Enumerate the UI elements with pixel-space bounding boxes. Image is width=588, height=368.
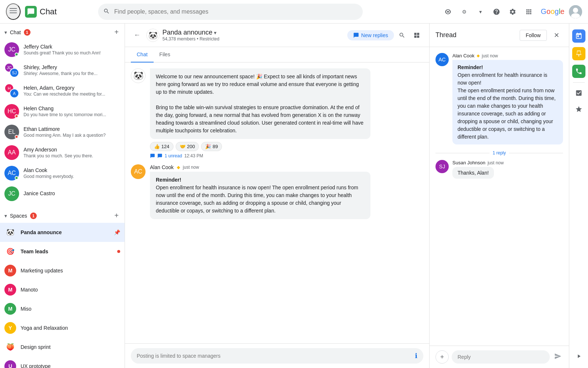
chat-item-helen-adam[interactable]: H A Helen, Adam, Gregory You: Can we res… [0,81,125,101]
help-button[interactable] [489,4,504,19]
thread-reply-avatar: SJ [435,160,449,173]
back-button[interactable]: ← [131,28,143,42]
sidebar: ▾ Chat 1 + JC Jeffery Clark Sounds great… [0,24,125,368]
avatar-helen-chang: HC [4,104,19,119]
new-replies-button[interactable]: New replies [347,30,394,40]
sidebar-item-team-leads[interactable]: 🎯 Team leads [0,242,125,261]
reaction-handshake[interactable]: 🤝 200 [176,142,199,151]
pin-icon: 📌 [114,229,120,235]
messages-area: 🐼 Welcome to our new announcement space!… [125,62,429,343]
app-logo[interactable]: Chat [25,6,57,18]
close-thread-button[interactable]: ✕ [550,29,563,42]
sidebar-item-panda-announce[interactable]: 🐼 Panda announce 📌 [0,223,125,242]
thread-add-button[interactable]: + [435,350,449,364]
avatar-shirley: JC SJ [4,63,19,78]
follow-button[interactable]: Follow [520,30,547,41]
tasks-icon-btn[interactable] [571,86,586,100]
panda-icon: 🐼 [4,226,16,238]
avatar-jeffery: JC [4,42,19,57]
thread-msg-time: just now [482,53,498,58]
nav-dropdown-button[interactable]: ▾ [473,4,488,19]
reaction-thumbsup[interactable]: 👍 124 [150,142,173,151]
chat-name-janice: Janice Castro [24,190,120,196]
sidebar-item-marketing[interactable]: M Marketing updates [0,261,125,280]
message-input[interactable] [137,353,412,359]
chevron-down-icon: ▾ [4,29,7,35]
search-icon [103,8,110,15]
chat-item-helen-chang[interactable]: HC Helen Chang Do you have time to sync … [0,101,125,122]
app-title: Chat [40,7,57,17]
settings-button[interactable] [505,4,520,19]
new-replies-label: New replies [361,32,388,38]
channel-content: ← 🐼 Panda announce ▾ 54,378 members • Re… [125,24,429,368]
tab-files[interactable]: Files [154,47,176,62]
chat-preview-helen-chang: Do you have time to sync tomorrow mori..… [24,112,120,117]
avatar-amy: AA [4,145,19,160]
sidebar-item-design[interactable]: 🍑 Design sprint [0,337,125,357]
nav-settings-icon[interactable]: ⚙ [457,4,472,19]
chat-section-header[interactable]: ▾ Chat 1 + [0,24,125,39]
avatar-helen-adam: H A [4,83,19,98]
thread-msg-bubble: Reminder! Open enrollment for health ins… [452,60,563,144]
chat-item-amy[interactable]: AA Amy Anderson Thank you so much. See y… [0,142,125,163]
thread-input-area: + [430,346,569,368]
chat-name-amy: Amy Anderson [24,147,120,153]
chat-name-ethan: Ethan Lattimore [24,126,120,132]
chat-badge: 1 [24,29,31,36]
svg-rect-2 [10,12,17,13]
msg-content-2: Alan Cook ◆ just now Reminder! Open enro… [150,164,423,219]
calendar-icon-btn[interactable] [572,29,585,43]
reply-count-text[interactable]: 1 reply [492,150,506,156]
chat-item-alan[interactable]: AC Alan Cook Good morning everybody. [0,163,125,183]
search-input[interactable] [98,4,363,20]
search-channel-button[interactable] [395,29,409,42]
chat-name-alan: Alan Cook [24,167,120,173]
space-name-manoto: Manoto [21,287,120,293]
space-name-ux: UX prototype [21,363,120,368]
avatar-ethan: EL [4,125,19,139]
divider [573,82,585,83]
chat-add-button[interactable]: + [113,26,120,38]
spaces-add-button[interactable]: + [113,210,120,221]
message-2: AC Alan Cook ◆ just now Reminder! Open e… [131,164,423,219]
phone-icon-btn[interactable] [572,65,585,78]
channel-meta: 54,378 members • Restricted [162,36,344,42]
chat-item-ethan[interactable]: EL Ethan Lattimore Good morning Ann. May… [0,122,125,142]
thread-bold-text: Reminder! [458,64,483,70]
thread-author-badge: ◆ [477,53,480,58]
thread-header: Thread Follow ✕ [430,24,569,47]
chat-item-jeffery[interactable]: JC Jeffery Clark Sounds great! Thank you… [0,39,125,60]
thread-send-button[interactable] [553,351,563,363]
channel-actions: New replies [347,29,423,42]
author-badge-2: ◆ [177,165,180,170]
thread-reply-input[interactable] [452,350,550,364]
thread-reply-msg: SJ Susan Johnson just now Thanks, Alan! [435,160,563,179]
info-icon[interactable]: ℹ [415,352,417,360]
online-status-jeffery [15,53,18,56]
user-avatar[interactable] [569,5,582,18]
right-icon-bar [569,24,588,368]
chat-item-janice[interactable]: JC Janice Castro [0,183,125,204]
spaces-badge: 1 [30,212,37,219]
star-icon-btn[interactable] [571,102,586,117]
thread-reply-link-1[interactable]: 1 unread 12:43 PM [150,153,423,158]
grid-button[interactable] [521,4,536,19]
manoto-icon: M [4,284,16,296]
sidebar-item-manoto[interactable]: M Manoto [0,280,125,299]
sidebar-item-miso[interactable]: M Miso [0,299,125,318]
channel-avatar: 🐼 [146,29,159,42]
expand-icon-btn[interactable] [571,349,586,364]
layout-button[interactable] [410,29,423,42]
apps-video-button[interactable] [441,4,455,19]
tab-chat[interactable]: Chat [131,47,154,62]
keep-icon-btn[interactable] [572,47,585,60]
reaction-party[interactable]: 🎉 89 [201,142,222,151]
thread-reply-bubble: Thanks, Alan! [452,167,494,179]
chat-item-shirley[interactable]: JC SJ Shirley, Jeffery Shirley: Awesome,… [0,60,125,81]
sidebar-item-yoga[interactable]: Y Yoga and Relaxation [0,318,125,337]
channel-dropdown-icon[interactable]: ▾ [214,30,216,36]
channel-tabs: Chat Files [125,47,429,62]
sidebar-item-ux[interactable]: U UX prototype [0,357,125,368]
hamburger-button[interactable] [6,3,21,20]
spaces-section-header[interactable]: ▾ Spaces 1 + [0,207,125,223]
